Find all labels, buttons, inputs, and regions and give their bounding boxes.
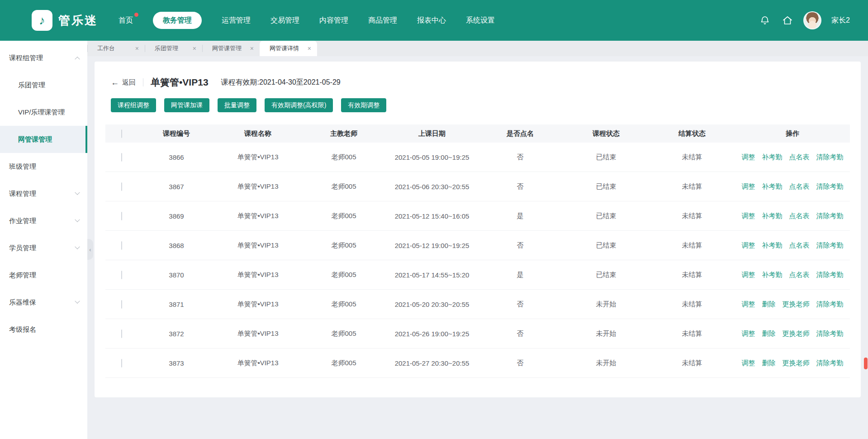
cell-operations: 调整 删除 更换老师 清除考勤 <box>735 300 850 309</box>
operation-link[interactable]: 点名表 <box>789 212 810 220</box>
operation-link[interactable]: 清除考勤 <box>816 182 844 191</box>
sidebar-item[interactable]: 网管课管理 <box>0 126 87 153</box>
toolbar-button[interactable]: 课程组调整 <box>111 98 156 112</box>
table-row: 3867 单簧管•VIP13 老师005 2021-05-06 20:30~20… <box>105 172 850 201</box>
nav-item[interactable]: 内容管理 <box>319 12 348 29</box>
header-right: 家长2 <box>759 12 850 29</box>
row-checkbox[interactable] <box>121 241 122 250</box>
vertical-scrollbar-thumb[interactable] <box>864 358 868 369</box>
toolbar-button[interactable]: 有效期调整 <box>341 98 386 112</box>
operation-link[interactable]: 调整 <box>742 153 755 162</box>
nav-item[interactable]: 系统设置 <box>466 12 495 29</box>
operation-link[interactable]: 清除考勤 <box>816 212 844 220</box>
row-checkbox[interactable] <box>121 153 122 162</box>
operation-link[interactable]: 删除 <box>762 359 776 367</box>
nav-item-label: 教务管理 <box>163 16 192 25</box>
operation-link[interactable]: 删除 <box>762 300 776 309</box>
nav-item[interactable]: 教务管理 <box>153 12 202 29</box>
operation-link[interactable]: 清除考勤 <box>816 271 844 279</box>
row-checkbox[interactable] <box>121 359 122 367</box>
tab-close-icon[interactable]: × <box>135 45 139 52</box>
row-checkbox[interactable] <box>121 182 122 191</box>
operation-link[interactable]: 补考勤 <box>762 182 783 191</box>
nav-item[interactable]: 首页 <box>119 12 133 29</box>
sidebar-item[interactable]: 课程组管理 <box>0 44 87 72</box>
cell-settle-status: 未结算 <box>649 329 735 338</box>
cell-course-name: 单簧管•VIP13 <box>215 153 301 162</box>
page-tab[interactable]: 网管课详情 × <box>260 41 317 56</box>
operation-link[interactable]: 调整 <box>742 271 755 279</box>
operation-link[interactable]: 清除考勤 <box>816 241 844 250</box>
operation-link[interactable]: 补考勤 <box>762 153 783 162</box>
vertical-scrollbar-track[interactable] <box>863 41 868 439</box>
operation-link[interactable]: 点名表 <box>789 241 810 250</box>
operation-link[interactable]: 补考勤 <box>762 212 783 220</box>
back-button[interactable]: ← 返回 <box>111 78 136 87</box>
tab-close-icon[interactable]: × <box>193 45 196 52</box>
page-header: ← 返回 单簧管•VIP13 课程有效期:2021-04-30至2021-05-… <box>95 74 861 91</box>
nav-item[interactable]: 报表中心 <box>417 12 446 29</box>
sidebar-item-label: 课程管理 <box>9 190 36 198</box>
operation-link[interactable]: 调整 <box>742 182 755 191</box>
page-tab[interactable]: 网管课管理 × <box>202 41 260 56</box>
operation-link[interactable]: 点名表 <box>789 182 810 191</box>
home-icon[interactable] <box>782 14 793 26</box>
nav-item[interactable]: 商品管理 <box>368 12 397 29</box>
cell-date: 2021-05-26 19:00~19:25 <box>387 330 477 338</box>
cell-course-status: 已结束 <box>563 153 649 162</box>
row-checkbox[interactable] <box>121 271 122 279</box>
cell-course-id: 3872 <box>138 330 215 338</box>
cell-teacher: 老师005 <box>301 241 387 250</box>
operation-link[interactable]: 调整 <box>742 300 755 309</box>
operation-link[interactable]: 清除考勤 <box>816 329 844 338</box>
row-checkbox[interactable] <box>121 329 122 338</box>
toolbar-button[interactable]: 批量调整 <box>218 98 256 112</box>
row-checkbox[interactable] <box>121 212 122 220</box>
tab-close-icon[interactable]: × <box>250 45 254 52</box>
operation-link[interactable]: 清除考勤 <box>816 359 844 367</box>
sidebar-item[interactable]: 老师管理 <box>0 262 87 289</box>
page-title: 单簧管•VIP13 <box>151 76 209 89</box>
operation-link[interactable]: 补考勤 <box>762 271 783 279</box>
sidebar-item-label: 学员管理 <box>9 244 36 253</box>
toolbar-button[interactable]: 有效期调整(高权限) <box>265 98 333 112</box>
operation-link[interactable]: 点名表 <box>789 271 810 279</box>
sidebar-collapse-handle[interactable]: ‹ <box>87 239 93 260</box>
nav-item[interactable]: 运营管理 <box>222 12 251 29</box>
sidebar-item[interactable]: 作业管理 <box>0 207 87 234</box>
toolbar-button[interactable]: 网管课加课 <box>164 98 209 112</box>
operation-link[interactable]: 调整 <box>742 212 755 220</box>
main-nav: 首页 教务管理 运营管理 交易管理 <box>119 12 495 29</box>
sidebar-item[interactable]: 学员管理 <box>0 234 87 262</box>
select-all-checkbox[interactable] <box>121 129 122 138</box>
page-tab[interactable]: 乐团管理 × <box>145 41 202 56</box>
table-row: 3869 单簧管•VIP13 老师005 2021-05-12 15:40~16… <box>105 201 850 231</box>
operation-link[interactable]: 调整 <box>742 241 755 250</box>
nav-item[interactable]: 交易管理 <box>270 12 299 29</box>
sidebar-item[interactable]: 乐器维保 <box>0 289 87 316</box>
sidebar-item[interactable]: 班级管理 <box>0 153 87 180</box>
operation-link[interactable]: 清除考勤 <box>816 153 844 162</box>
operation-link[interactable]: 调整 <box>742 359 755 367</box>
operation-link[interactable]: 更换老师 <box>783 329 810 338</box>
app-logo[interactable]: ♪ 管乐迷 <box>32 10 98 31</box>
operation-link[interactable]: 更换老师 <box>783 359 810 367</box>
current-user-name[interactable]: 家长2 <box>831 16 850 25</box>
operation-link[interactable]: 更换老师 <box>783 300 810 309</box>
avatar[interactable] <box>804 12 821 29</box>
operation-link[interactable]: 清除考勤 <box>816 300 844 309</box>
sidebar-item[interactable]: 考级报名 <box>0 316 87 343</box>
tab-close-icon[interactable]: × <box>308 45 311 52</box>
page-tab[interactable]: 工作台 × <box>87 41 145 56</box>
operation-link[interactable]: 补考勤 <box>762 241 783 250</box>
main-content: ← 返回 单簧管•VIP13 课程有效期:2021-04-30至2021-05-… <box>87 56 868 439</box>
row-checkbox[interactable] <box>121 300 122 309</box>
operation-link[interactable]: 删除 <box>762 329 776 338</box>
sidebar-item[interactable]: 课程管理 <box>0 180 87 207</box>
operation-link[interactable]: 点名表 <box>789 153 810 162</box>
sidebar-item[interactable]: VIP/乐理课管理 <box>0 99 87 126</box>
operation-link[interactable]: 调整 <box>742 329 755 338</box>
row-select-cell <box>105 183 138 191</box>
sidebar-item[interactable]: 乐团管理 <box>0 72 87 99</box>
bell-icon[interactable] <box>759 14 771 26</box>
